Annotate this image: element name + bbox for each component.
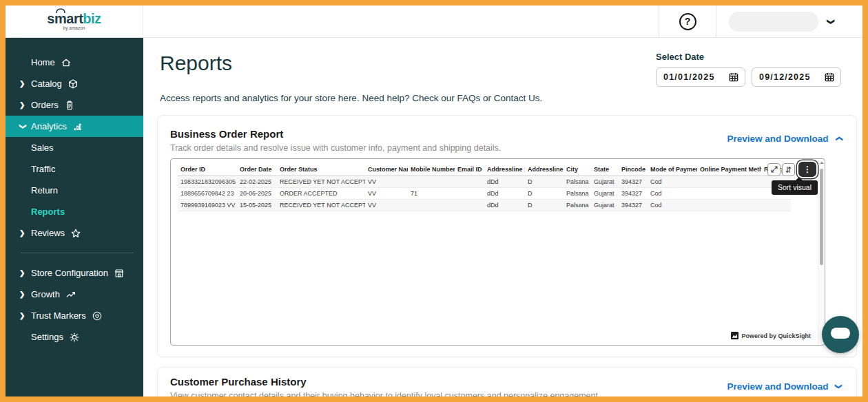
- table-cell: 1889656709842 23: [178, 188, 237, 200]
- table-cell: Gujarat: [591, 188, 619, 200]
- bar-chart-icon: [72, 121, 83, 132]
- column-header[interactable]: Order Date: [237, 163, 277, 176]
- date-from-input[interactable]: 01/01/2025: [656, 67, 745, 87]
- table-cell: Palsana: [564, 188, 591, 200]
- chat-bubble-icon: [831, 328, 850, 339]
- table-cell: VV: [365, 188, 408, 200]
- table-row[interactable]: 1889656709842 2320-06-2025ORDER ACCEPTED…: [178, 188, 791, 200]
- chevron-down-icon: ❯: [827, 18, 836, 24]
- table-cell: ORDER ACCEPTED: [277, 188, 365, 200]
- heart-badge-icon: [92, 310, 103, 321]
- sidebar-item-settings[interactable]: Settings: [6, 326, 143, 348]
- sidebar-item-return[interactable]: Return: [6, 180, 143, 201]
- kebab-menu-icon: ⋮: [803, 165, 812, 174]
- sort-icon: [784, 165, 793, 174]
- column-header[interactable]: Order ID: [178, 163, 237, 176]
- preview-download-toggle[interactable]: Preview and Download ❯: [727, 134, 841, 144]
- table-cell: Gujarat: [591, 200, 619, 211]
- table-cell: [455, 188, 484, 200]
- calendar-icon: [728, 72, 739, 83]
- chevron-right-icon: ❯: [19, 229, 31, 237]
- contact-us-link[interactable]: Contact Us: [494, 93, 540, 103]
- table-cell: Cod: [648, 176, 697, 188]
- sidebar-item-analytics[interactable]: ❯Analytics: [6, 116, 143, 137]
- table-cell: Cod: [648, 200, 697, 211]
- table-cell: RECEIVED YET NOT ACCEPTED: [277, 176, 365, 188]
- table-cell: [408, 176, 455, 188]
- date-filter: Select Date 01/01/2025 09/12/2025: [656, 52, 843, 87]
- column-header[interactable]: Customer Name: [365, 163, 408, 176]
- table-row[interactable]: 198332183209630522-02-2025RECEIVED YET N…: [178, 176, 791, 188]
- table-cell: 71: [408, 188, 455, 200]
- expand-icon: [770, 165, 778, 173]
- sidebar-item-trust-markers[interactable]: ❯Trust Markers: [6, 305, 143, 326]
- awning-icon: [56, 8, 65, 13]
- chevron-up-icon: ❯: [834, 136, 842, 141]
- table-cell: 22-02-2025: [237, 176, 277, 188]
- powered-by-quicksight: Powered by QuickSight: [728, 330, 814, 341]
- table-cell: [455, 200, 484, 211]
- chevron-right-icon: ❯: [19, 80, 31, 87]
- column-header[interactable]: Online Payment Method: [697, 163, 761, 176]
- faqs-link[interactable]: FAQs: [457, 93, 480, 103]
- smartbiz-logo[interactable]: smartbiz by amazon: [47, 12, 101, 31]
- column-header[interactable]: Order Status: [277, 163, 365, 176]
- table-cell: Palsana: [564, 176, 591, 188]
- sidebar-divider: [21, 253, 134, 253]
- logo-text: smartbiz: [47, 11, 101, 26]
- sidebar-item-orders[interactable]: ❯Orders: [6, 94, 143, 116]
- sidebar-item-sales[interactable]: Sales: [6, 137, 143, 158]
- date-to-input[interactable]: 09/12/2025: [752, 67, 841, 87]
- embed-scrollbar[interactable]: [818, 160, 824, 344]
- scroll-up-arrow[interactable]: [820, 162, 824, 164]
- clipboard-icon: [64, 100, 75, 111]
- help-button[interactable]: ?: [659, 6, 716, 37]
- column-header[interactable]: Pincode: [619, 163, 648, 176]
- sort-visual-button[interactable]: [782, 163, 795, 176]
- column-header[interactable]: Email ID: [455, 163, 484, 176]
- customer-purchase-history-card: Customer Purchase History View customer …: [157, 367, 857, 396]
- chevron-right-icon: ❯: [19, 101, 31, 109]
- sidebar-item-home[interactable]: Home: [6, 52, 143, 73]
- sidebar-item-store-configuration[interactable]: ❯Store Configuration: [6, 262, 143, 284]
- table-row[interactable]: 7899939169023 VV15-05-2025RECEIVED YET N…: [178, 200, 791, 211]
- visual-toolbar: ⋮: [767, 162, 816, 177]
- sidebar: Home ❯Catalog ❯Orders ❯Analytics Sales T…: [6, 38, 143, 396]
- question-circle-icon: ?: [679, 13, 696, 30]
- card-subtitle: Track order details and resolve issue wi…: [170, 143, 843, 153]
- chevron-right-icon: ❯: [19, 312, 31, 319]
- column-header[interactable]: Addressline 1: [484, 163, 525, 176]
- column-header[interactable]: Mode of Payment: [648, 163, 697, 176]
- account-menu[interactable]: ❯: [716, 6, 862, 37]
- sidebar-item-reports[interactable]: Reports: [6, 201, 143, 222]
- table-header-row: Order IDOrder DateOrder StatusCustomer N…: [178, 163, 791, 176]
- account-name-redacted: [729, 12, 818, 32]
- sidebar-item-growth[interactable]: ❯Growth: [6, 284, 143, 305]
- package-icon: [68, 78, 79, 89]
- scrollbar-thumb[interactable]: [820, 169, 823, 265]
- sort-visual-tooltip: Sort visual: [772, 180, 818, 195]
- chat-widget-button[interactable]: [822, 316, 859, 353]
- sidebar-item-catalog[interactable]: ❯Catalog: [6, 73, 143, 94]
- column-header[interactable]: Addressline 2: [525, 163, 564, 176]
- column-header[interactable]: Mobile Number: [408, 163, 455, 176]
- expand-visual-button[interactable]: [767, 163, 781, 176]
- sidebar-item-reviews[interactable]: ❯Reviews: [6, 222, 143, 244]
- column-header[interactable]: City: [564, 163, 591, 176]
- table-cell: dDd: [484, 188, 525, 200]
- preview-download-toggle[interactable]: Preview and Download ❯: [727, 381, 841, 392]
- trend-up-icon: [65, 289, 76, 300]
- column-header[interactable]: State: [591, 163, 619, 176]
- table-cell: 394327: [619, 200, 648, 211]
- table-cell: [697, 176, 761, 188]
- table-cell: VV: [365, 200, 408, 211]
- logo-container: smartbiz by amazon: [6, 6, 143, 37]
- chevron-right-icon: ❯: [19, 269, 31, 277]
- table-cell: 394327: [619, 176, 648, 188]
- table-cell: 394327: [619, 188, 648, 200]
- visual-menu-button[interactable]: ⋮: [798, 162, 816, 177]
- sidebar-item-traffic[interactable]: Traffic: [6, 158, 143, 180]
- table-cell: 1983321832096305: [178, 176, 237, 188]
- table-cell: Palsana: [564, 200, 591, 211]
- page-description: Access reports and analytics for your st…: [160, 93, 542, 103]
